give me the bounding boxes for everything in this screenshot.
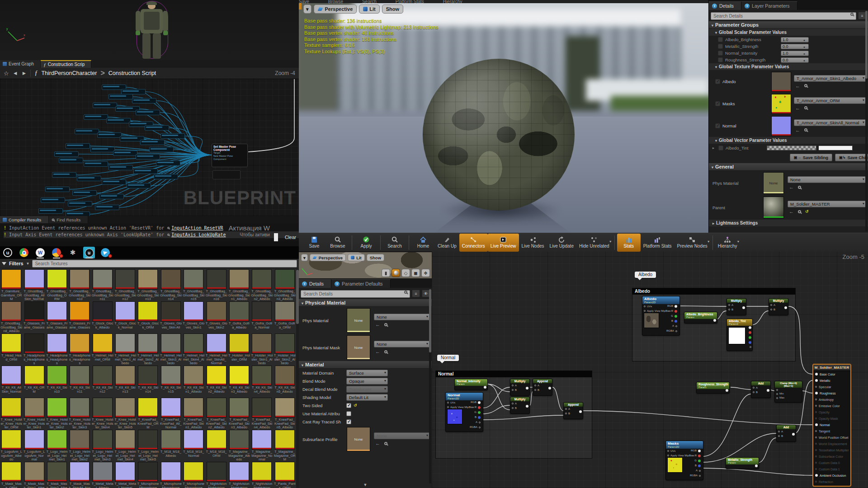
search-details-input[interactable] — [301, 290, 410, 298]
output-pin-refraction[interactable]: Refraction — [813, 479, 850, 485]
output-pin-g[interactable]: G — [665, 314, 679, 319]
texture-asset-item[interactable]: T_KneePad_KneePad_Skin1_Albedo — [182, 397, 205, 429]
color-swatch[interactable] — [728, 327, 745, 344]
show-button[interactable]: Show — [367, 254, 384, 261]
texture-asset-item[interactable]: T_Kit_Kit_All Skin_Normal — [0, 365, 23, 397]
output-pin[interactable] — [742, 306, 745, 309]
texture-asset-item[interactable]: T_Helmet_Helmet_ORM — [91, 333, 114, 365]
texture-asset-item[interactable]: T_Headphones_Headphones — [23, 333, 45, 365]
output-pin[interactable] — [526, 405, 528, 408]
blueprint-node[interactable] — [45, 187, 70, 192]
browse-to-asset-icon[interactable] — [384, 442, 387, 445]
texture-asset-item[interactable]: T_Knee_Holster_Knee_Holster_Skin1 — [23, 397, 45, 429]
texture-asset-item[interactable]: T_Glock_Glock_ORM — [137, 301, 159, 333]
output-pin-subsurface-color[interactable]: Subsurface Color — [813, 453, 850, 460]
material-domain-dropdown[interactable]: Surface — [346, 370, 388, 376]
save-child-button[interactable]: ▣↳Save Child — [835, 154, 868, 161]
reset-to-default-icon[interactable]: ↺ — [805, 209, 809, 214]
scalar-value-input[interactable]: 1.0 — [781, 37, 809, 42]
texture-asset-item[interactable]: T_Gloves_Gloves_Skin1 — [182, 301, 205, 333]
blueprint-node[interactable] — [127, 183, 151, 188]
output-pin-opacity[interactable]: Opacity — [813, 409, 850, 415]
output-pin-opacity-mask[interactable]: Opacity Mask — [813, 415, 850, 422]
blueprint-node[interactable] — [66, 211, 90, 216]
platform-stats-button[interactable]: Platform Stats — [641, 234, 675, 252]
texture-asset-item[interactable]: T_Microphone_Microphone_Normal — [160, 461, 182, 488]
texture-asset-item[interactable]: T_Logo_Helmet_Logo_Helmet_Skin5 — [137, 429, 159, 461]
browse-to-asset-icon[interactable] — [798, 210, 801, 213]
output-pin-ambient-occlusion[interactable]: Ambient Occlusion — [813, 472, 850, 479]
texture-asset-item[interactable]: T_Helmet_Helmet_Skin1_Albedo — [114, 333, 137, 365]
nav-back-button[interactable]: ◄ — [13, 70, 18, 76]
blueprint-node[interactable] — [108, 94, 133, 99]
blueprint-node[interactable] — [156, 160, 180, 166]
multiply-node[interactable]: MultiplyAB — [726, 298, 746, 315]
output-pin-rgba[interactable]: RGBA — [689, 473, 702, 478]
live-nodes-button[interactable]: Live Nodes — [519, 234, 547, 252]
albedo_brightness-parameter-node[interactable]: Albedo_BrightnessParam — [684, 312, 717, 324]
output-pin-a[interactable]: A — [468, 420, 482, 425]
nav-forward-button[interactable]: ► — [22, 70, 27, 76]
texture-asset-item[interactable]: T_KneePad_KneePad_All_Normal — [160, 397, 182, 429]
phys-material-thumbnail[interactable]: None — [763, 172, 784, 194]
settings-gear-icon[interactable]: ✱ — [67, 247, 79, 258]
warning-link[interactable]: InputAction ResetVR — [167, 225, 223, 231]
texture-asset-item[interactable]: T_Mask_Mask_Skin1_Albedo — [23, 461, 45, 488]
texture-asset-item[interactable]: T_Helmet_Helmet_Skin2_Albedo — [137, 333, 159, 365]
section-global-texture-parameters[interactable]: ▾Global Texture Parameter Values — [709, 63, 868, 70]
custom-mesh-button[interactable]: ❖ — [421, 269, 430, 277]
output-pin[interactable] — [548, 387, 551, 389]
blueprint-node[interactable] — [132, 98, 156, 103]
search-button[interactable]: Search — [383, 234, 406, 252]
blueprint-node[interactable] — [38, 208, 63, 214]
texture-asset-item[interactable]: T_Holster_Holster_ORM — [228, 333, 250, 365]
output-pin-metallic[interactable]: Metallic — [813, 377, 850, 384]
show-button[interactable]: Show — [382, 5, 403, 14]
texture-asset-item[interactable]: T_Headphones_Headphones — [68, 333, 91, 365]
filters-button[interactable]: Filters — [9, 261, 24, 266]
texture-asset-item[interactable]: T_Kit_Kit_Skin14 — [137, 365, 159, 397]
blueprint-graph-canvas[interactable]: Set Master Pose Component Target New Mas… — [0, 79, 299, 216]
output-pin[interactable] — [755, 465, 758, 467]
texture-asset-item[interactable]: T_GhostBag_GhostBag_Skin1_Albedo — [228, 269, 250, 301]
texture-asset-item[interactable]: T_Garniture_Garniture_ORM — [0, 269, 23, 301]
texture-asset-item[interactable]: T_Logo_Helmet_Logo_Helmet_Skin1 — [46, 429, 68, 461]
multiply-node[interactable]: MultiplyAB — [510, 397, 530, 414]
breadcrumb-current[interactable]: Construction Script — [108, 70, 156, 76]
metallic_strength-parameter-node[interactable]: Metallic_StrengthParam — [726, 457, 759, 469]
add-node[interactable]: AddAB — [751, 381, 771, 398]
browse-to-asset-icon[interactable] — [384, 323, 387, 326]
preview-nodes-button[interactable]: Preview Nodes▼ — [674, 234, 710, 252]
texture-asset-item[interactable]: T_Gloves_Gloves_Skin All — [160, 301, 182, 333]
viewport-options-button[interactable]: ▾ — [301, 254, 308, 261]
output-pin[interactable] — [484, 386, 486, 389]
texture-asset-item[interactable]: T_Kit_Kit_Skin15 — [160, 365, 182, 397]
blueprint-node[interactable] — [93, 103, 117, 108]
texture-asset-item[interactable]: T_Mask_Mask_Skin2_Albedo — [46, 461, 68, 488]
texture-asset-item[interactable]: T_Glock_Glock_Normal — [114, 301, 137, 333]
output-pin-b[interactable]: B — [468, 415, 482, 420]
texture-asset-item[interactable]: T_KneePad_KneePad_Skin2_Albedo — [205, 397, 227, 429]
texture-asset-item[interactable]: T_Kit_Kit_Skin1_Albedo — [182, 365, 205, 397]
input-pin[interactable] — [776, 393, 778, 395]
output-pin-r[interactable]: R — [689, 453, 702, 458]
output-pin-a[interactable]: A — [665, 324, 679, 328]
texture-asset-item[interactable]: T_GhostBag_GhostBag_Skin11 — [91, 269, 114, 301]
append-node[interactable]: AppendAB — [533, 379, 552, 396]
blueprint-node[interactable] — [140, 140, 165, 145]
live-preview-button[interactable]: Live Preview — [488, 234, 519, 252]
breadcrumb-root[interactable]: ThirdPersonCharacter — [41, 70, 97, 76]
texture-asset-item[interactable]: T_GhostBag_GhostBag_ORM — [46, 269, 68, 301]
search-details-input[interactable] — [711, 12, 856, 20]
texture-asset-item[interactable]: T_Gofra_Gofra_Normal — [250, 301, 273, 333]
texture-asset-item[interactable]: T_Nightvision_Nightvision_ORM — [250, 461, 273, 488]
blueprint-node[interactable] — [52, 172, 76, 178]
texture-asset-item[interactable]: T_GhostBag_GhostBag_Skin12 — [114, 269, 137, 301]
value-spinner-icon[interactable] — [803, 38, 807, 42]
texture-asset-item[interactable]: T_Headphones_Headphones — [46, 333, 68, 365]
scalar-value-input[interactable]: 1.0 — [781, 51, 809, 56]
normal_intensity-parameter-node[interactable]: Normal_IntensityParam — [454, 379, 488, 390]
shading-model-dropdown[interactable]: Default Lit — [346, 394, 388, 401]
texture-asset-item[interactable]: T_Helmet_Helmet_Skin4_Albedo — [182, 333, 205, 365]
texture-asset-item[interactable]: T_KneePad_KneePad_Skin5_Albedo — [274, 397, 296, 429]
